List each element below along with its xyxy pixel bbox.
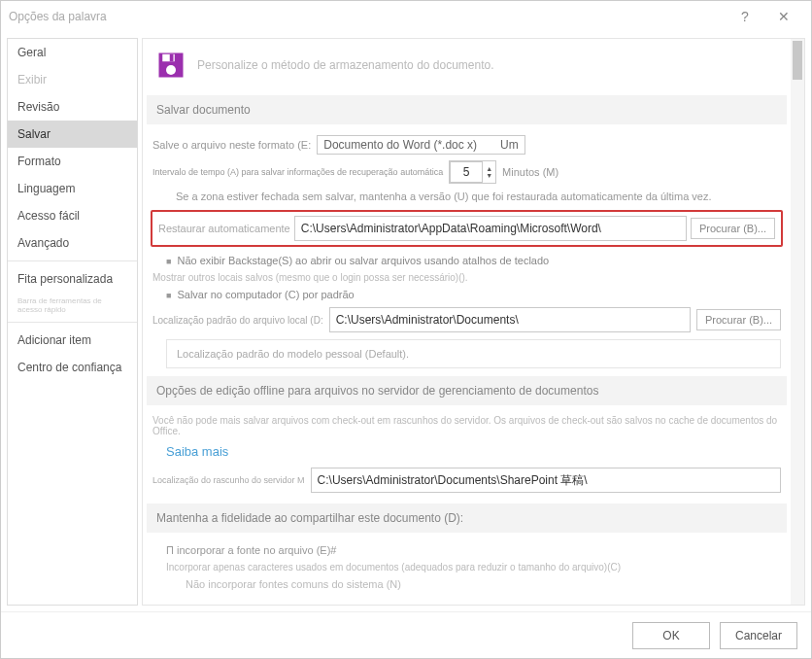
- help-button[interactable]: ?: [726, 9, 764, 24]
- template-location[interactable]: Localização padrão do modelo pessoal (De…: [166, 339, 781, 368]
- autorecover-browse-button[interactable]: Procurar (B)...: [691, 218, 775, 239]
- chevron-up-icon[interactable]: ▲: [486, 165, 492, 172]
- autorecover-row: Restaurar automaticamente Procurar (B)..…: [151, 210, 783, 247]
- autorecover-label: Restaurar automaticamente: [158, 223, 290, 234]
- offline-note: Você não pode mais salvar arquivos com c…: [147, 413, 787, 438]
- sidebar-item-confianca[interactable]: Centro de confiança: [8, 354, 137, 381]
- autorecover-path-input[interactable]: [294, 216, 687, 241]
- interval-unit: Minutos (M): [502, 166, 558, 178]
- svg-rect-2: [170, 54, 174, 62]
- sidebar-item-linguagem[interactable]: Linguagem: [8, 175, 137, 202]
- dialog-footer: OK Cancelar: [1, 611, 811, 658]
- learn-more-link[interactable]: Saiba mais: [147, 438, 787, 465]
- sidebar-item-avancado[interactable]: Avançado: [8, 229, 137, 257]
- sidebar-item-adicionar[interactable]: Adicionar item: [8, 327, 137, 354]
- format-value: Documento do Word (*.doc x): [323, 138, 477, 152]
- dialog-title: Opções da palavra: [9, 10, 107, 23]
- local-path-input[interactable]: [329, 307, 691, 332]
- cancel-button[interactable]: Cancelar: [720, 622, 797, 649]
- scrollbar-thumb[interactable]: [793, 41, 802, 80]
- close-button[interactable]: ✕: [764, 9, 803, 24]
- local-path-browse-button[interactable]: Procurar (B)...: [696, 309, 781, 330]
- svg-point-3: [166, 65, 176, 75]
- options-dialog: Opções da palavra ? ✕ Geral Exibir Revis…: [0, 0, 812, 659]
- interval-value[interactable]: [450, 161, 483, 183]
- sidebar-item-formato[interactable]: Formato: [8, 148, 137, 175]
- chevron-down-icon[interactable]: ▼: [486, 172, 492, 179]
- embed-sys-option: Não incorporar fontes comuns do sistema …: [147, 574, 787, 594]
- interval-label: Intervalo de tempo (A) para salvar infor…: [152, 167, 443, 177]
- keep-version-note: Se a zona estiver fechada sem salvar, ma…: [147, 187, 787, 206]
- chk-save-local[interactable]: Salvar no computador (C) por padrão: [147, 285, 787, 304]
- section-offline: Opções de edição offline para arquivos n…: [147, 376, 787, 405]
- format-label: Salve o arquivo neste formato (E:: [152, 139, 311, 151]
- embed-sub-note: Incorporar apenas caracteres usados em d…: [147, 560, 787, 574]
- format-select[interactable]: Documento do Word (*.doc x) Um: [317, 135, 525, 155]
- local-path-label: Localização padrão do arquivo local (D:: [152, 315, 323, 326]
- section-fidelity: Mantenha a fidelidade ao compartilhar es…: [147, 503, 787, 533]
- chk-backstage[interactable]: Não exibir Backstage(S) ao abrir ou salv…: [147, 251, 787, 270]
- section-save-document: Salvar documento: [147, 95, 787, 124]
- ok-button[interactable]: OK: [632, 622, 710, 649]
- save-icon: [156, 51, 186, 80]
- embed-font-option[interactable]: Π incorporar a fonte no arquivo (E)#: [147, 540, 787, 560]
- scrollbar[interactable]: [791, 39, 804, 605]
- server-draft-label: Localização do rascunho do servidor M: [152, 475, 305, 485]
- intro-text: Personalize o método de armazenamento do…: [197, 58, 494, 72]
- sidebar-item-revisao[interactable]: Revisão: [8, 93, 137, 121]
- sidebar-item-fita[interactable]: Fita personalizada: [8, 265, 137, 293]
- interval-spinner[interactable]: ▲▼: [449, 160, 496, 184]
- sidebar-item-geral[interactable]: Geral: [8, 39, 137, 66]
- sidebar-item-acesso-facil[interactable]: Acesso fácil: [8, 202, 137, 229]
- titlebar: Opções da palavra ? ✕: [1, 1, 811, 32]
- sidebar: Geral Exibir Revisão Salvar Formato Ling…: [7, 38, 138, 606]
- sidebar-item-salvar[interactable]: Salvar: [8, 121, 137, 148]
- content-panel: Personalize o método de armazenamento do…: [142, 38, 805, 606]
- sidebar-item-exibir[interactable]: Exibir: [8, 66, 137, 93]
- format-unit: Um: [500, 138, 519, 152]
- sidebar-item-quick-access[interactable]: Barra de ferramentas de acesso rápido: [8, 293, 137, 318]
- server-draft-input[interactable]: [311, 468, 781, 493]
- small-login-note: Mostrar outros locais salvos (mesmo que …: [147, 270, 787, 285]
